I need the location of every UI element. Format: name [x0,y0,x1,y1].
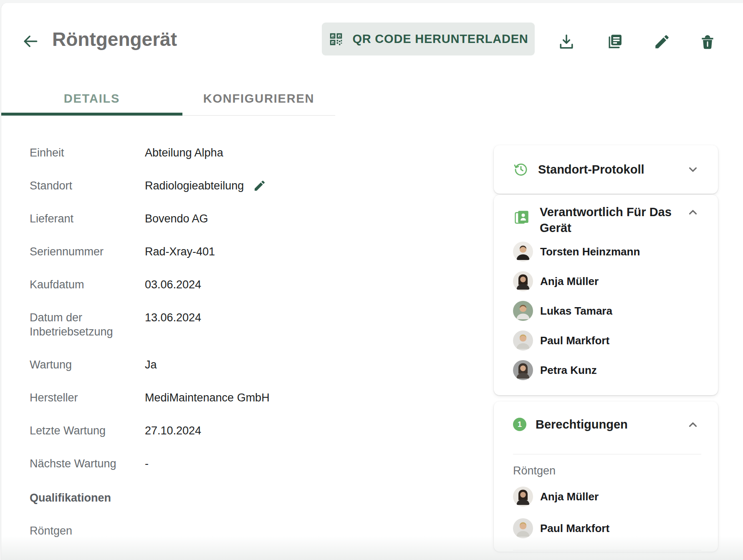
person-row: Petra Kunz [513,360,701,380]
avatar [513,518,533,538]
person-name: Paul Markfort [540,522,609,535]
person-name: Petra Kunz [540,364,597,377]
person-name: Anja Müller [540,490,599,503]
badge-icon [513,208,531,226]
page-title: Röntgengerät [52,28,177,50]
count-badge-icon: 1 [513,418,526,431]
edit-icon [253,179,266,192]
person-row: Anja Müller [513,487,701,507]
verantwortlich-card: Verantwortlich Für Das Gerät Torsten Hei… [494,195,718,395]
details-section: EinheitAbteilung Alpha Standort Radiolog… [30,146,288,538]
delete-button[interactable] [698,32,718,52]
edit-button[interactable] [652,32,672,52]
detail-row: SeriennummerRad-Xray-401 [30,245,288,259]
field-value: Ja [145,358,157,372]
person-row: Paul Markfort [513,330,701,351]
detail-row: HerstellerMediMaintenance GmbH [30,391,288,405]
field-value: 03.06.2024 [145,277,201,292]
person-row: Anja Müller [513,271,701,291]
person-name: Paul Markfort [540,334,609,347]
field-value: Bovendo AG [145,212,208,226]
field-label: Standort [30,179,145,193]
tab-details[interactable]: DETAILS [1,82,182,115]
detail-row: EinheitAbteilung Alpha [30,146,288,160]
avatar [513,242,533,262]
field-label: Seriennummer [30,245,145,259]
qr-button-label: QR CODE HERUNTERLADEN [352,32,528,46]
card-title: Standort-Protokoll [538,161,681,177]
detail-row: WartungJa [30,358,288,372]
qr-code-download-button[interactable]: QR CODE HERUNTERLADEN [322,23,535,55]
field-label: Einheit [30,146,145,160]
person-name: Lukas Tamara [540,305,612,318]
field-label: Lieferant [30,212,145,226]
edit-icon [653,33,671,50]
chevron-up-icon[interactable] [685,204,701,221]
person-name: Anja Müller [540,275,599,288]
avatar [513,360,533,380]
delete-icon [699,33,716,50]
field-value: 13.06.2024 [145,310,201,325]
back-button[interactable] [20,31,40,51]
berechtigungen-header[interactable]: 1 Berechtigungen [513,416,701,433]
standort-protokoll-header[interactable]: Standort-Protokoll [513,161,701,178]
download-button[interactable] [556,32,576,52]
duplicate-icon [605,33,624,51]
field-value: Rad-Xray-401 [145,245,215,259]
device-detail-page: Röntgengerät QR CODE HERUNTERLADEN DETAI… [1,3,743,560]
field-value: 27.10.2024 [145,424,201,438]
detail-row: Nächste Wartung- [30,457,288,471]
person-name: Torsten Heinzmann [540,245,640,258]
tab-konfigurieren[interactable]: KONFIGURIEREN [182,82,335,115]
chevron-up-icon[interactable] [685,416,701,433]
avatar [513,487,533,507]
detail-row: Letzte Wartung27.10.2024 [30,424,288,438]
field-label: Datum der Inbetriebsetzung [30,310,145,339]
verantwortlich-header[interactable]: Verantwortlich Für Das Gerät [513,204,701,236]
duplicate-button[interactable] [604,32,624,52]
card-title: Verantwortlich Für Das Gerät [540,204,681,236]
avatar [513,330,533,351]
berechtigungen-card: 1 Berechtigungen Röntgen Anja Müller Pau… [494,401,718,552]
person-row: Paul Markfort [513,518,701,538]
field-value: - [145,457,149,471]
edit-standort-button[interactable] [253,179,266,192]
permissions-people-list: Anja Müller Paul Markfort [513,487,701,538]
responsible-people-list: Torsten Heinzmann Anja Müller Lukas Tama… [513,242,701,380]
qualification-item: Röntgen [30,524,288,538]
divider [513,454,701,454]
detail-row: LieferantBovendo AG [30,212,288,226]
person-row: Lukas Tamara [513,301,701,321]
tab-bar: DETAILS KONFIGURIEREN [1,82,335,116]
field-label: Hersteller [30,391,145,405]
qualifications-heading: Qualifikationen [30,491,288,505]
person-row: Torsten Heinzmann [513,242,701,262]
field-label: Letzte Wartung [30,424,145,438]
divider [513,550,701,550]
avatar [513,301,533,321]
detail-row: Standort Radiologieabteilung [30,179,288,193]
field-label: Nächste Wartung [30,457,145,471]
field-value: Radiologieabteilung [145,179,266,193]
field-value: MediMaintenance GmbH [145,391,270,405]
detail-row: Kaufdatum03.06.2024 [30,277,288,292]
detail-row: Datum der Inbetriebsetzung13.06.2024 [30,310,288,339]
chevron-down-icon[interactable] [685,161,701,178]
download-icon [557,33,576,51]
avatar [513,271,533,291]
field-value: Abteilung Alpha [145,146,223,160]
qr-code-icon [328,31,344,47]
field-label: Kaufdatum [30,277,145,292]
history-icon [513,161,529,177]
card-title: Berechtigungen [536,416,681,432]
field-label: Wartung [30,358,145,372]
standort-protokoll-card: Standort-Protokoll [494,145,718,194]
back-arrow-icon [21,32,40,50]
permission-group-label: Röntgen [513,464,701,477]
